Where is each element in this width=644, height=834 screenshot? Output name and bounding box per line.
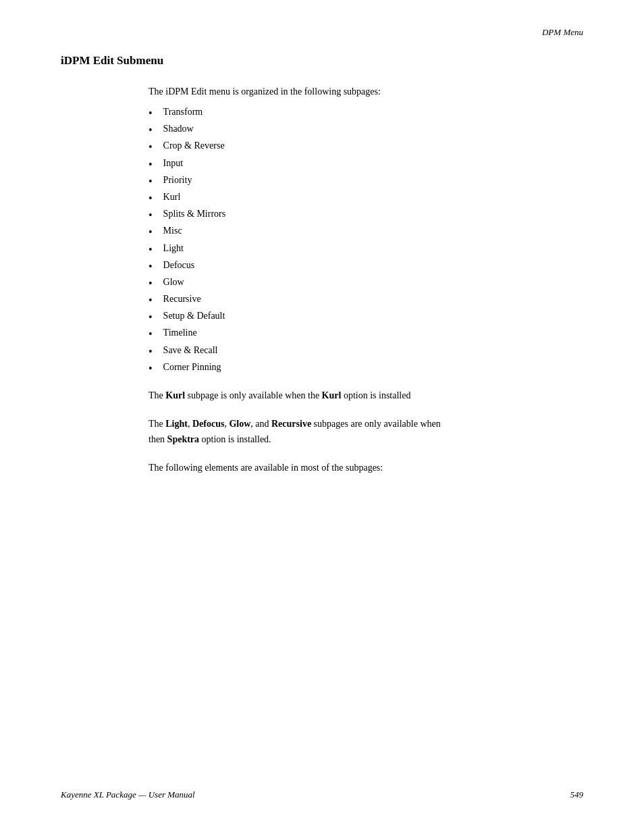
spektra-line2-prefix: then xyxy=(149,434,167,444)
list-item: Input xyxy=(149,158,583,171)
page: DPM Menu iDPM Edit Submenu The iDPM Edit… xyxy=(0,0,644,834)
kurl-bold1: Kurl xyxy=(165,390,185,400)
list-item: Crop & Reverse xyxy=(149,140,583,153)
list-item: Save & Recall xyxy=(149,345,583,358)
page-footer: Kayenne XL Package — User Manual 549 xyxy=(0,789,644,800)
kurl-note-suffix: option is installed xyxy=(341,390,410,400)
list-item: Transform xyxy=(149,107,583,120)
page-header: DPM Menu xyxy=(542,27,583,38)
list-item: Corner Pinning xyxy=(149,362,583,375)
list-item: Misc xyxy=(149,226,583,238)
light-bold: Light xyxy=(165,419,188,429)
list-item: Recursive xyxy=(149,294,583,307)
list-item: Timeline xyxy=(149,328,583,340)
section-title: iDPM Edit Submenu xyxy=(61,54,583,68)
list-item: Light xyxy=(149,243,583,256)
list-item: Shadow xyxy=(149,124,583,136)
header-text: DPM Menu xyxy=(542,27,583,37)
spektra-middle: subpages are only available when xyxy=(311,419,441,429)
kurl-note-middle: subpage is only available when the xyxy=(185,390,322,400)
footer-left: Kayenne XL Package — User Manual xyxy=(61,789,195,800)
glow-bold: Glow xyxy=(229,419,250,429)
intro-text: The iDPM Edit menu is organized in the f… xyxy=(149,86,583,97)
list-item: Splits & Mirrors xyxy=(149,209,583,221)
list-item: Glow xyxy=(149,277,583,290)
defocus-bold: Defocus xyxy=(192,419,224,429)
spektra-bold: Spektra xyxy=(167,434,199,444)
spektra-suffix: option is installed. xyxy=(199,434,271,444)
spektra-prefix: The xyxy=(149,419,165,429)
subpage-list: TransformShadowCrop & ReverseInputPriori… xyxy=(149,107,583,375)
list-item: Setup & Default xyxy=(149,311,583,323)
list-item: Kurl xyxy=(149,192,583,205)
spektra-note: The Light, Defocus, Glow, and Recursive … xyxy=(149,417,583,447)
footer-right: 549 xyxy=(570,789,584,800)
recursive-bold: Recursive xyxy=(271,419,311,429)
sep1: , xyxy=(188,419,192,429)
kurl-note-prefix: The xyxy=(149,390,165,400)
sep3: , and xyxy=(250,419,271,429)
following-note: The following elements are available in … xyxy=(149,461,583,475)
list-item: Defocus xyxy=(149,260,583,273)
list-item: Priority xyxy=(149,175,583,188)
kurl-note: The Kurl subpage is only available when … xyxy=(149,388,583,403)
kurl-bold2: Kurl xyxy=(322,390,342,400)
